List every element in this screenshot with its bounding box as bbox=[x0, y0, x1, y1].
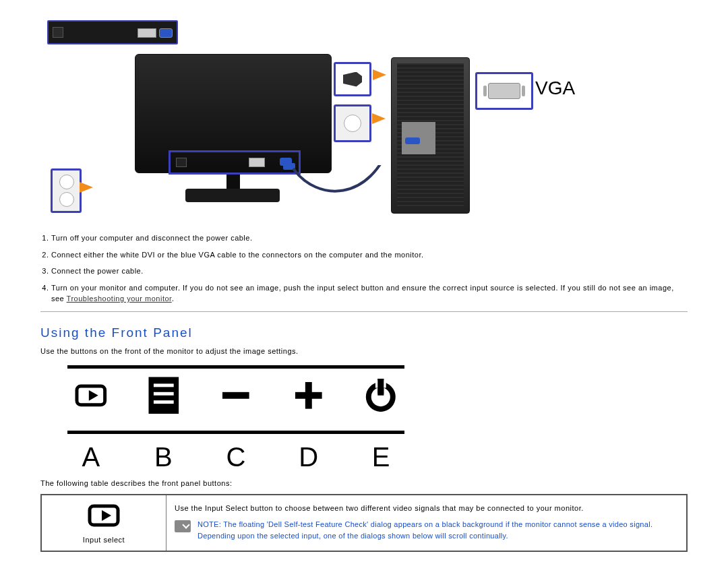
panel-label-c: C bbox=[219, 442, 253, 472]
input-select-desc: Use the Input Select button to choose be… bbox=[175, 504, 678, 512]
note-text: NOTE: The floating 'Dell Self-test Featu… bbox=[198, 519, 678, 541]
vga-label: VGA bbox=[535, 77, 575, 99]
svg-rect-3 bbox=[154, 392, 174, 396]
pc-tower-icon bbox=[391, 57, 470, 214]
outlet-callout bbox=[334, 104, 371, 142]
arrow-icon bbox=[373, 69, 386, 80]
menu-icon bbox=[147, 378, 181, 413]
monitor-ports-highlight bbox=[169, 150, 301, 175]
vga-plug-icon bbox=[283, 163, 295, 170]
panel-label-a: A bbox=[74, 442, 108, 472]
note-icon bbox=[175, 520, 191, 532]
divider bbox=[40, 311, 688, 312]
arrow-icon bbox=[372, 113, 386, 124]
svg-rect-11 bbox=[378, 379, 384, 394]
front-panel-figure: A B C D E bbox=[67, 365, 404, 472]
setup-steps: Turn off your computer and disconnect th… bbox=[40, 232, 688, 305]
svg-rect-4 bbox=[154, 400, 174, 404]
svg-rect-7 bbox=[305, 382, 312, 409]
wall-outlet-icon bbox=[51, 168, 82, 213]
input-select-label: Input select bbox=[50, 536, 158, 544]
monitor-ports-callout bbox=[47, 20, 178, 44]
outlet-icon bbox=[344, 115, 361, 132]
panel-label-b: B bbox=[147, 442, 181, 472]
step-3: Connect the power cable. bbox=[51, 266, 688, 277]
section-intro: Use the buttons on the front of the moni… bbox=[40, 347, 688, 355]
arrow-icon bbox=[80, 182, 93, 193]
troubleshooting-link[interactable]: Troubleshooting your monitor bbox=[67, 294, 172, 303]
step-1: Turn off your computer and disconnect th… bbox=[51, 232, 688, 244]
step-4: Turn on your monitor and computer. If yo… bbox=[51, 282, 688, 305]
power-plug-icon bbox=[343, 72, 362, 87]
vga-connector-callout bbox=[475, 72, 533, 110]
svg-rect-2 bbox=[154, 383, 174, 387]
section-heading: Using the Front Panel bbox=[40, 325, 688, 340]
table-cell-desc: Use the Input Select button to choose be… bbox=[166, 495, 688, 551]
input-select-icon bbox=[87, 502, 121, 529]
front-panel-table: Input select Use the Input Select button… bbox=[40, 494, 688, 552]
step-2: Connect either the white DVI or the blue… bbox=[51, 249, 688, 261]
svg-rect-5 bbox=[222, 392, 249, 399]
vga-connector-icon bbox=[488, 83, 520, 99]
panel-label-e: E bbox=[364, 442, 398, 472]
minus-icon bbox=[219, 378, 253, 413]
connection-diagram: VGA bbox=[40, 10, 688, 212]
power-plug-callout bbox=[334, 62, 371, 96]
table-cell-icon: Input select bbox=[41, 495, 166, 551]
plus-icon bbox=[292, 378, 326, 413]
panel-label-d: D bbox=[292, 442, 326, 472]
table-intro: The following table describes the front … bbox=[40, 479, 688, 487]
input-select-icon bbox=[74, 378, 108, 413]
power-icon bbox=[364, 378, 398, 413]
